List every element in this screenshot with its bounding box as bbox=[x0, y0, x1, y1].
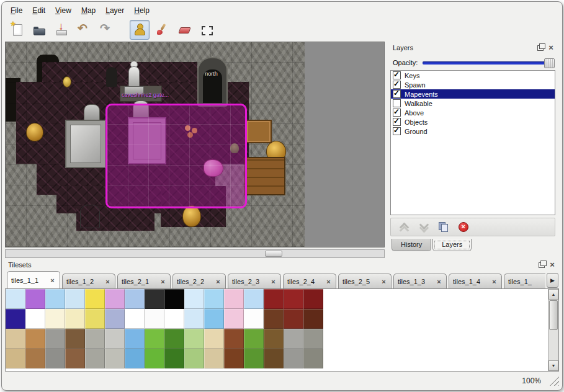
float-panel-button[interactable] bbox=[538, 261, 545, 269]
close-panel-button[interactable] bbox=[548, 261, 556, 269]
redo-button[interactable] bbox=[96, 20, 116, 40]
tileset-tile[interactable] bbox=[105, 349, 125, 368]
opacity-slider-handle[interactable] bbox=[544, 58, 555, 68]
menu-item[interactable]: Map bbox=[76, 4, 101, 17]
tileset-tile[interactable] bbox=[164, 309, 184, 329]
map-canvas[interactable]: north caveshrine2 gate... bbox=[5, 42, 385, 247]
tileset-tile[interactable] bbox=[105, 329, 125, 349]
open-file-button[interactable] bbox=[29, 20, 49, 40]
tileset-tile[interactable] bbox=[85, 329, 105, 349]
layer-visibility-checkbox[interactable] bbox=[393, 109, 401, 117]
tileset-tile[interactable] bbox=[244, 309, 264, 329]
tileset-tile[interactable] bbox=[25, 329, 45, 349]
tileset-tile[interactable] bbox=[85, 309, 105, 329]
tileset-tile[interactable] bbox=[184, 289, 204, 309]
tileset-tile[interactable] bbox=[184, 309, 204, 329]
tileset-tile[interactable] bbox=[224, 349, 244, 368]
tileset-tile[interactable] bbox=[45, 349, 65, 368]
tileset-tile[interactable] bbox=[184, 329, 204, 349]
tileset-tile[interactable] bbox=[125, 329, 145, 349]
tileset-tile[interactable] bbox=[125, 309, 145, 329]
layer-row[interactable]: Above bbox=[391, 108, 555, 117]
tileset-tab[interactable]: tiles_2_2 bbox=[172, 274, 226, 288]
tileset-tile[interactable] bbox=[6, 309, 25, 329]
tileset-tab[interactable]: tiles_2_4 bbox=[283, 274, 336, 288]
menu-item[interactable]: Layer bbox=[101, 4, 129, 17]
close-tab-icon[interactable] bbox=[159, 278, 166, 285]
tileset-tile[interactable] bbox=[164, 349, 184, 368]
scrollbar-track[interactable] bbox=[548, 331, 558, 360]
float-panel-button[interactable] bbox=[537, 44, 544, 51]
tileset-tile[interactable] bbox=[85, 289, 105, 309]
close-tab-icon[interactable] bbox=[49, 277, 56, 283]
layer-visibility-checkbox[interactable] bbox=[393, 99, 401, 107]
tileset-tile[interactable] bbox=[65, 329, 85, 349]
tileset-tile[interactable] bbox=[303, 329, 323, 349]
layer-visibility-checkbox[interactable] bbox=[393, 71, 401, 79]
tileset-tile[interactable] bbox=[6, 329, 25, 349]
duplicate-layer-button[interactable] bbox=[437, 220, 450, 234]
scrollbar-handle[interactable] bbox=[265, 251, 282, 257]
layer-row[interactable]: Keys bbox=[391, 71, 555, 80]
close-tab-icon[interactable] bbox=[270, 278, 277, 285]
tileset-tile[interactable] bbox=[145, 329, 164, 349]
tileset-tab[interactable]: tiles_1_1 bbox=[7, 271, 60, 288]
delete-layer-button[interactable] bbox=[457, 220, 470, 234]
select-tool-button[interactable] bbox=[197, 20, 217, 40]
tileset-tile[interactable] bbox=[224, 309, 244, 329]
layer-row[interactable]: Objects bbox=[391, 117, 555, 127]
tileset-tile[interactable] bbox=[244, 289, 264, 309]
tileset-tile[interactable] bbox=[145, 349, 164, 368]
tileset-tile[interactable] bbox=[204, 329, 224, 349]
dock-tab[interactable]: History bbox=[392, 239, 431, 251]
tileset-tab[interactable]: tiles_1_3 bbox=[393, 274, 447, 288]
close-tab-icon[interactable] bbox=[215, 278, 222, 285]
map-horizontal-scrollbar[interactable] bbox=[5, 249, 385, 258]
save-button[interactable] bbox=[51, 20, 71, 40]
layer-row[interactable]: Ground bbox=[391, 127, 555, 136]
scrollbar-handle[interactable] bbox=[549, 300, 558, 330]
selection-rectangle[interactable] bbox=[105, 104, 247, 208]
undo-button[interactable] bbox=[74, 20, 94, 40]
tileset-tab[interactable]: tiles_2_1 bbox=[117, 274, 171, 288]
tileset-tile[interactable] bbox=[264, 349, 284, 368]
menu-item[interactable]: View bbox=[50, 4, 76, 17]
layer-visibility-checkbox[interactable] bbox=[393, 81, 401, 89]
tileset-tile[interactable] bbox=[264, 309, 284, 329]
tileset-tile[interactable] bbox=[65, 309, 85, 329]
tileset-tile[interactable] bbox=[164, 289, 184, 309]
stamp-tool-button[interactable] bbox=[130, 20, 150, 40]
scroll-down-button[interactable] bbox=[548, 360, 558, 371]
close-tab-icon[interactable] bbox=[325, 278, 332, 285]
tileset-tile[interactable] bbox=[303, 289, 323, 309]
layer-visibility-checkbox[interactable] bbox=[393, 90, 401, 98]
move-layer-down-button[interactable] bbox=[417, 220, 431, 234]
move-layer-up-button[interactable] bbox=[397, 220, 411, 234]
tileset-tile[interactable] bbox=[284, 329, 303, 349]
tileset-tile[interactable] bbox=[184, 349, 204, 368]
tileset-tile[interactable] bbox=[125, 349, 145, 368]
tileset-tile[interactable] bbox=[284, 289, 303, 309]
tileset-tile[interactable] bbox=[145, 289, 164, 309]
tileset-tile[interactable] bbox=[284, 349, 303, 368]
close-tab-icon[interactable] bbox=[491, 278, 498, 285]
tileset-vertical-scrollbar[interactable] bbox=[548, 289, 558, 371]
menu-item[interactable]: File bbox=[6, 4, 27, 17]
tileset-tile[interactable] bbox=[224, 289, 244, 309]
tileset-tile[interactable] bbox=[25, 289, 45, 309]
tileset-tab[interactable]: tiles_1_ bbox=[504, 274, 545, 288]
tileset-tile[interactable] bbox=[125, 289, 145, 309]
tileset-tab[interactable]: tiles_2_5 bbox=[338, 274, 392, 288]
tileset-tile[interactable] bbox=[264, 329, 284, 349]
tileset-tile[interactable] bbox=[204, 309, 224, 329]
close-tab-icon[interactable] bbox=[104, 278, 111, 285]
tileset-tile[interactable] bbox=[105, 289, 125, 309]
resize-grip[interactable] bbox=[550, 376, 559, 386]
new-file-button[interactable] bbox=[7, 20, 27, 40]
close-tab-icon[interactable] bbox=[380, 278, 387, 285]
tileset-tile[interactable] bbox=[45, 329, 65, 349]
tileset-tile[interactable] bbox=[303, 349, 323, 368]
tileset-tile[interactable] bbox=[284, 309, 303, 329]
tileset-tile[interactable] bbox=[45, 309, 65, 329]
tileset-tile[interactable] bbox=[204, 289, 224, 309]
